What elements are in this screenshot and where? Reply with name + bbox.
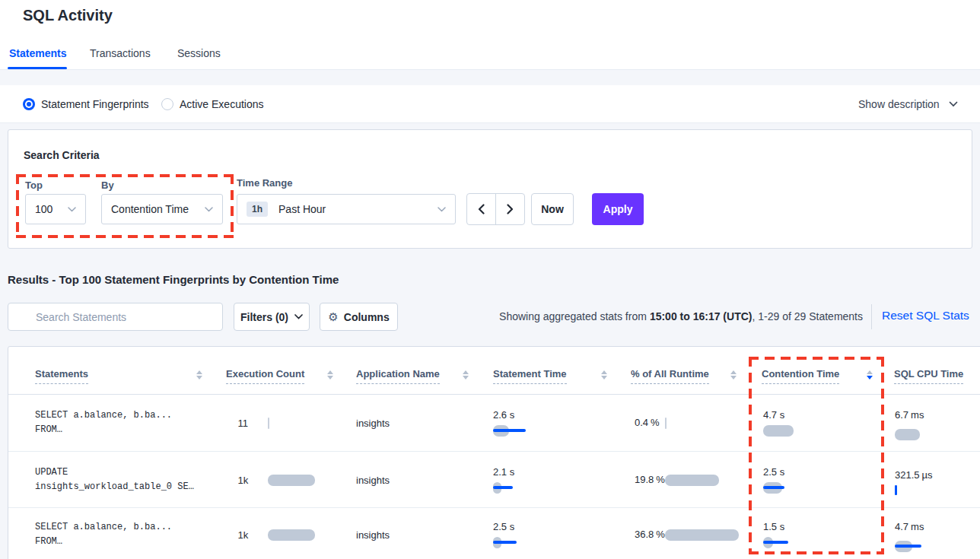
contention-time-bar xyxy=(763,482,809,494)
application-name-cell: insights xyxy=(356,452,447,508)
sort-icon[interactable] xyxy=(730,370,737,380)
sql-cpu-time-cell: 6.7ms xyxy=(895,395,971,451)
by-select-value: Contention Time xyxy=(111,203,189,215)
application-name-cell: insights xyxy=(356,395,447,451)
application-name-cell: insights xyxy=(356,508,447,559)
by-select[interactable]: Contention Time xyxy=(101,194,223,224)
time-range-select[interactable]: 1h Past Hour xyxy=(237,194,456,224)
column-header-statements[interactable]: Statements xyxy=(35,368,88,384)
tab-statements[interactable]: Statements xyxy=(9,47,66,59)
chevron-down-icon xyxy=(294,314,303,319)
aggregated-stats-text: Showing aggregated stats from15:00 to 16… xyxy=(499,310,863,322)
results-heading: Results - Top 100 Statement Fingerprints… xyxy=(8,273,339,286)
chevron-right-icon xyxy=(507,204,514,214)
pct-runtime-bar xyxy=(665,529,741,541)
stats-prefix: Showing aggregated stats from xyxy=(499,310,647,322)
column-header-pct-runtime[interactable]: % of All Runtime xyxy=(631,368,709,384)
stats-time-range: 15:00 to 16:17 (UTC) xyxy=(650,310,752,322)
execution-count-bar xyxy=(268,475,321,486)
time-range-value: Past Hour xyxy=(278,203,326,215)
previous-time-button[interactable] xyxy=(467,194,495,224)
statements-table: Statements Execution Count Application N… xyxy=(8,346,980,559)
columns-button-label: Columns xyxy=(344,311,390,323)
contention-time-bar xyxy=(763,537,809,548)
show-description-label: Show description xyxy=(858,98,940,110)
execution-count-bar xyxy=(268,529,321,541)
tab-sessions[interactable]: Sessions xyxy=(177,47,221,59)
table-header-row: Statements Execution Count Application N… xyxy=(8,347,980,395)
radio-active-executions[interactable]: Active Executions xyxy=(161,85,264,122)
chevron-down-icon xyxy=(438,207,446,212)
chevron-down-icon xyxy=(949,101,958,107)
stats-suffix: , 1-29 of 29 Statements xyxy=(752,310,863,322)
search-criteria-title: Search Criteria xyxy=(24,149,100,161)
radio-label: Active Executions xyxy=(180,98,264,110)
execution-count-bar xyxy=(268,418,321,429)
contention-time-cell: 4.7 s xyxy=(763,395,847,451)
radio-unselected-icon[interactable] xyxy=(161,98,173,110)
by-label: By xyxy=(101,179,114,191)
top-label: Top xyxy=(25,179,43,191)
table-row[interactable]: UPDATE insights_workload_table_0 SE… 1k … xyxy=(8,451,980,508)
sort-icon-active-desc[interactable] xyxy=(867,370,873,380)
statement-time-bar xyxy=(493,482,539,494)
sql-cpu-time-bar xyxy=(895,429,940,440)
gear-icon: ⚙ xyxy=(328,310,338,324)
statement-cell[interactable]: SELECT a.balance, b.ba... FROM… xyxy=(35,395,218,451)
statement-time-cell: 2.6 s xyxy=(493,395,577,451)
next-time-button[interactable] xyxy=(495,194,524,224)
topby-highlight-box-left xyxy=(16,174,19,238)
statement-time-cell: 2.1 s xyxy=(493,452,577,508)
pct-runtime-bar xyxy=(665,418,733,429)
search-criteria-panel: Search Criteria Top 100 By Contention Ti… xyxy=(8,129,972,249)
topby-highlight-box-top xyxy=(16,174,234,177)
statement-time-bar xyxy=(493,537,539,548)
radio-selected-icon[interactable] xyxy=(23,98,35,110)
apply-button[interactable]: Apply xyxy=(592,193,644,225)
filters-button[interactable]: Filters (0) xyxy=(234,303,310,331)
statement-cell[interactable]: SELECT a.balance, b.ba... FROM… xyxy=(35,508,218,559)
topby-highlight-box-right xyxy=(231,174,234,238)
sort-icon[interactable] xyxy=(463,370,469,380)
column-header-statement-time[interactable]: Statement Time xyxy=(493,368,567,384)
top-select[interactable]: 100 xyxy=(25,194,86,224)
column-header-contention-time[interactable]: Contention Time xyxy=(762,368,839,384)
sort-icon[interactable] xyxy=(327,370,333,380)
reset-sql-stats-link[interactable]: Reset SQL Stats xyxy=(882,309,969,322)
column-header-execution-count[interactable]: Execution Count xyxy=(226,368,304,384)
pct-runtime-bar xyxy=(665,475,733,486)
pct-runtime-cell: 0.4% xyxy=(631,395,737,451)
now-button[interactable]: Now xyxy=(531,193,574,225)
statement-time-bar xyxy=(493,425,539,437)
column-header-application-name[interactable]: Application Name xyxy=(356,368,440,384)
chevron-down-icon xyxy=(205,207,213,212)
time-step-button-group xyxy=(466,193,525,225)
page-title: SQL Activity xyxy=(23,7,113,24)
sql-cpu-time-cell: 4.7ms xyxy=(895,508,971,559)
sort-icon[interactable] xyxy=(196,370,202,380)
statement-time-cell: 2.5 s xyxy=(493,508,577,559)
show-description-toggle[interactable]: Show description xyxy=(858,85,958,122)
page-header: SQL Activity Statements Transactions Ses… xyxy=(0,0,980,70)
execution-count-cell: 1k xyxy=(226,452,332,508)
pct-runtime-cell: 36.8% xyxy=(631,508,745,559)
pct-runtime-cell: 19.8% xyxy=(631,452,737,508)
search-statements-input[interactable] xyxy=(8,303,223,331)
radio-statement-fingerprints[interactable]: Statement Fingerprints xyxy=(23,85,149,122)
statement-cell[interactable]: UPDATE insights_workload_table_0 SE… xyxy=(35,452,218,508)
active-tab-underline xyxy=(8,67,67,69)
contention-time-cell: 1.5 s xyxy=(763,508,847,559)
table-row[interactable]: SELECT a.balance, b.ba... FROM… 1k insig… xyxy=(8,507,980,559)
top-select-value: 100 xyxy=(35,203,52,215)
column-header-sql-cpu-time[interactable]: SQL CPU Time xyxy=(894,368,963,384)
table-row[interactable]: SELECT a.balance, b.ba... FROM… 11 insig… xyxy=(8,395,980,451)
columns-button[interactable]: ⚙ Columns xyxy=(320,303,398,331)
tab-transactions[interactable]: Transactions xyxy=(90,47,151,59)
time-range-badge: 1h xyxy=(247,202,268,217)
sql-cpu-time-bar xyxy=(895,484,940,494)
contention-time-bar xyxy=(763,425,809,437)
contention-time-cell: 2.5 s xyxy=(763,452,847,508)
filters-button-label: Filters (0) xyxy=(240,311,288,323)
chevron-left-icon xyxy=(478,204,485,214)
sort-icon[interactable] xyxy=(601,370,607,380)
